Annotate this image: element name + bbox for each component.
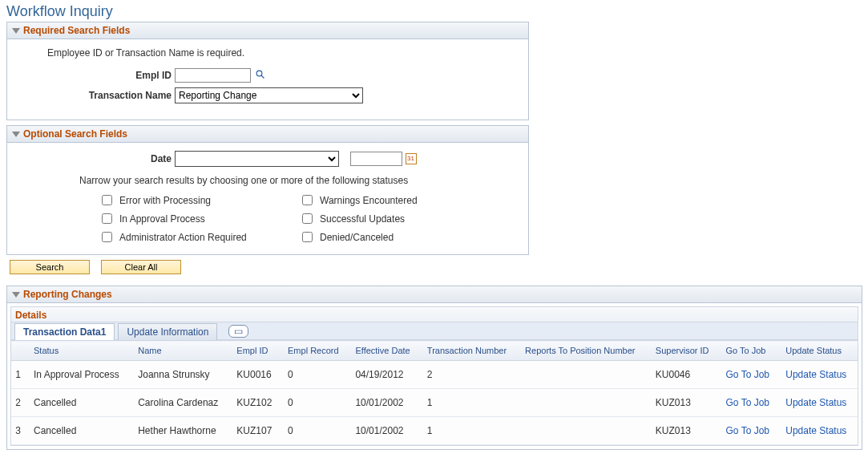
row-num: 3 [11,417,27,445]
successful-checkbox[interactable] [302,213,313,224]
table-row: 3CancelledHether HawthorneKUZ107010/01/2… [11,417,858,445]
col-reports-to[interactable]: Reports To Position Number [519,341,649,361]
row-num: 2 [11,389,27,417]
warnings-checkbox[interactable] [302,195,313,205]
optional-panel-title: Optional Search Fields [23,128,127,140]
go-to-job-link[interactable]: Go To Job [726,369,769,380]
warnings-label: Warnings Encountered [320,195,418,206]
in-approval-checkbox[interactable] [102,213,112,224]
empl-id-label: Empl ID [18,70,175,81]
row-num: 1 [11,361,27,389]
table-row: 1In Approval ProcessJoanna StrunskyKU001… [11,361,858,389]
cell-empl-record: 0 [281,389,349,417]
col-effective-date[interactable]: Effective Date [349,341,420,361]
optional-search-panel: Optional Search Fields Date Narrow your … [6,125,529,255]
tab-transaction-data1[interactable]: Transaction Data1 [14,323,115,340]
col-txn-number[interactable]: Transaction Number [421,341,519,361]
clear-all-button[interactable]: Clear All [101,260,181,274]
cell-supervisor: KU0046 [649,361,720,389]
results-table: Status Name Empl ID Empl Record Effectiv… [11,340,858,445]
cell-name: Carolina Cardenaz [131,389,230,417]
required-panel-title: Required Search Fields [23,25,130,36]
in-approval-label: In Approval Process [119,213,205,225]
cell-txn-number: 1 [421,389,519,417]
lookup-icon[interactable] [256,70,265,82]
cell-supervisor: KUZ013 [649,389,720,417]
cell-reports-to [519,361,649,389]
cell-name: Hether Hawthorne [131,417,230,445]
denied-checkbox[interactable] [302,232,313,242]
col-name[interactable]: Name [131,341,230,361]
go-to-job-link[interactable]: Go To Job [726,397,769,408]
admin-action-checkbox[interactable] [102,232,112,242]
date-input[interactable] [350,152,402,166]
cell-reports-to [519,417,649,445]
cell-empl-record: 0 [281,417,349,445]
col-empl-id[interactable]: Empl ID [230,341,281,361]
col-supervisor[interactable]: Supervisor ID [649,341,720,361]
cell-name: Joanna Strunsky [131,361,230,389]
cell-txn-number: 2 [421,361,519,389]
required-hint: Employee ID or Transaction Name is requi… [47,47,517,59]
update-status-link[interactable]: Update Status [785,369,846,380]
cell-status: Cancelled [27,389,131,417]
col-status[interactable]: Status [27,341,131,361]
cell-empl-id: KUZ102 [230,389,281,417]
cell-eff-date: 10/01/2002 [349,389,420,417]
chevron-down-icon [12,28,20,34]
required-search-panel: Required Search Fields Employee ID or Tr… [6,22,529,120]
tab-update-information[interactable]: Update Information [118,323,217,340]
cell-eff-date: 04/19/2012 [349,361,420,389]
cell-empl-record: 0 [281,361,349,389]
cell-supervisor: KUZ013 [649,417,720,445]
calendar-icon[interactable] [406,153,417,164]
cell-txn-number: 1 [421,417,519,445]
date-select[interactable] [175,151,339,167]
update-status-link[interactable]: Update Status [785,397,846,408]
cell-status: Cancelled [27,417,131,445]
optional-panel-header[interactable]: Optional Search Fields [7,126,528,143]
cell-status: In Approval Process [27,361,131,389]
successful-label: Successful Updates [320,213,405,225]
col-update-status[interactable]: Update Status [779,341,858,361]
transaction-name-select[interactable]: Reporting Change [175,87,363,103]
transaction-name-label: Transaction Name [18,90,175,101]
cell-empl-id: KUZ107 [230,417,281,445]
col-empl-record[interactable]: Empl Record [281,341,349,361]
date-label: Date [18,153,175,164]
empl-id-input[interactable] [175,68,251,83]
denied-label: Denied/Canceled [320,232,394,243]
svg-point-0 [256,71,262,76]
table-row: 2CancelledCarolina CardenazKUZ102010/01/… [11,389,858,417]
narrow-search-text: Narrow your search results by choosing o… [79,175,517,186]
error-processing-checkbox[interactable] [102,195,112,205]
go-to-job-link[interactable]: Go To Job [726,425,769,436]
results-panel-title: Reporting Changes [23,289,112,300]
chevron-down-icon [12,132,20,137]
col-go-to-job[interactable]: Go To Job [720,341,780,361]
required-panel-header[interactable]: Required Search Fields [7,22,528,39]
reporting-changes-panel: Reporting Changes Details Transaction Da… [6,286,862,450]
update-status-link[interactable]: Update Status [785,425,846,436]
results-panel-header[interactable]: Reporting Changes [7,286,862,303]
search-button[interactable]: Search [10,260,90,274]
page-title: Workflow Inquiry [6,3,862,20]
cell-reports-to [519,389,649,417]
cell-eff-date: 10/01/2002 [349,417,420,445]
details-title: Details [11,307,858,322]
svg-line-1 [261,75,264,78]
cell-empl-id: KU0016 [230,361,281,389]
expand-all-icon[interactable]: ▭ [228,325,248,338]
error-processing-label: Error with Processing [119,195,211,206]
admin-action-label: Administrator Action Required [119,232,247,243]
chevron-down-icon [12,292,20,298]
